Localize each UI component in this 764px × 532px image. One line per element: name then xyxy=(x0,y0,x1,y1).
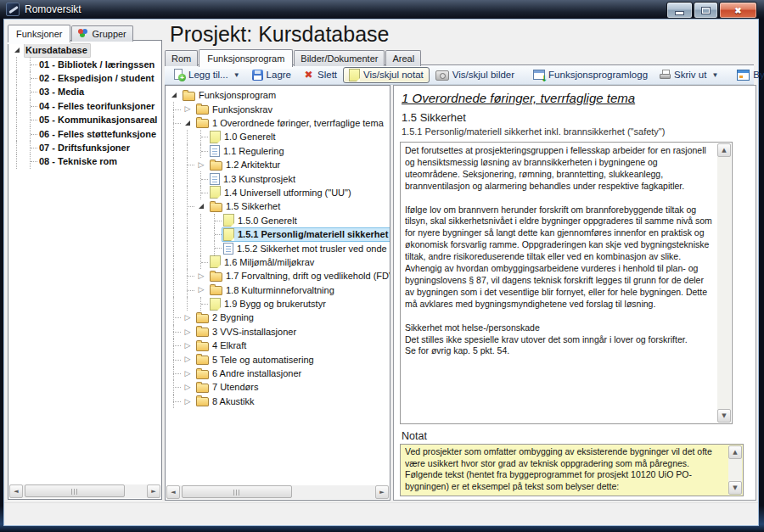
tree-item-content[interactable]: 03 - Media xyxy=(37,85,87,99)
tree-item-content[interactable]: 07 - Driftsfunksjoner xyxy=(37,140,133,154)
toolbar-button-skriv-ut[interactable]: Skriv ut▼ xyxy=(654,67,724,83)
scroll-up-button[interactable]: ▲ xyxy=(717,143,731,157)
tree-item-content[interactable]: 1.4 Universell utforming ("UU") xyxy=(208,185,355,199)
tree-item-content[interactable]: 1.5.2 Sikkerhet mot trusler ved onde h xyxy=(222,241,390,255)
expand-icon[interactable]: ▷ xyxy=(181,311,194,324)
tree-item-07-driftsfunksjoner[interactable]: 07 - Driftsfunksjoner xyxy=(10,141,161,154)
expand-icon[interactable]: ▷ xyxy=(194,283,208,296)
tree-item-kursdatabase[interactable]: Kursdatabase xyxy=(10,43,161,57)
toolbar-button-legg-til[interactable]: Legg til...▼ xyxy=(167,67,246,83)
tree-item-content[interactable]: 02 - Ekspedisjon / student xyxy=(37,70,158,85)
tree-item-content[interactable]: 1.1 Regulering xyxy=(208,143,288,158)
expand-icon[interactable]: ▷ xyxy=(181,325,194,339)
tree-item-1-2-arkitektur[interactable]: ▷1.2 Arkitektur xyxy=(167,158,390,171)
tab-funksjoner[interactable]: Funksjoner xyxy=(8,25,70,42)
tree-item-1-4-universell-utforming-uu[interactable]: 1.4 Universell utforming ("UU") xyxy=(167,186,390,199)
tree-item-content[interactable]: Funksjonsprogram xyxy=(181,88,279,103)
tree-item-01-bibliotek-laeringssen[interactable]: 01 - Bibliotek / læringssen xyxy=(10,57,161,70)
tree-item-05-kommunikasjonsareal[interactable]: 05 - Kommunikasjonsareal xyxy=(10,113,161,126)
tree-item-content[interactable]: 2 Bygning xyxy=(194,311,257,325)
tree-item-content[interactable]: 5 Tele og automatisering xyxy=(194,352,317,367)
expand-icon[interactable]: ▷ xyxy=(181,339,194,352)
tree-item-03-media[interactable]: 03 - Media xyxy=(10,85,161,98)
scrollbar-track[interactable] xyxy=(180,485,375,499)
function-tree-hscrollbar[interactable]: ◄ ► xyxy=(166,485,389,499)
collapse-icon[interactable] xyxy=(10,43,24,57)
tab-funksjonsprogram[interactable]: Funksjonsprogram xyxy=(199,49,293,67)
scroll-up-button[interactable]: ▲ xyxy=(728,445,742,459)
toolbar-button-slett[interactable]: Slett xyxy=(297,67,343,83)
tree-item-1-1-regulering[interactable]: 1.1 Regulering xyxy=(167,144,390,158)
tree-item-content[interactable]: 7 Utendørs xyxy=(194,380,261,395)
tab-grupper[interactable]: Grupper xyxy=(71,25,132,42)
toolbar-button-vis-skjul-bilder[interactable]: Vis/skjul bilder xyxy=(430,67,520,83)
tree-item-content[interactable]: 05 - Kommunikasjonsareal xyxy=(37,113,160,127)
tree-item-5-tele-og-automatisering[interactable]: ▷5 Tele og automatisering xyxy=(167,352,390,366)
tree-item-content[interactable]: 1.7 Forvaltning, drift og vedlikehold (F… xyxy=(208,269,390,283)
tree-item-content[interactable]: 06 - Felles støttefunksjone xyxy=(37,126,160,141)
description-textbox[interactable]: Det forutsettes at prosjekteringsgruppen… xyxy=(400,142,733,424)
dropdown-arrow-icon[interactable]: ▼ xyxy=(233,71,240,79)
maximize-button[interactable] xyxy=(694,2,718,19)
notat-textbox[interactable]: Ved prosjekter som omfatter ombygging av… xyxy=(400,444,744,496)
tree-item-content[interactable]: 1.6 Miljømål/miljøkrav xyxy=(208,255,317,269)
scroll-down-button[interactable]: ▼ xyxy=(728,481,742,495)
expand-icon[interactable]: ▷ xyxy=(181,380,194,394)
tree-item-content[interactable]: Kursdatabase xyxy=(24,43,91,58)
tree-item-3-vvs-installasjoner[interactable]: ▷3 VVS-installasjoner xyxy=(167,325,390,339)
expand-icon[interactable]: ▷ xyxy=(181,352,194,366)
scroll-left-button[interactable]: ◄ xyxy=(9,484,23,498)
minimize-button[interactable] xyxy=(666,2,693,19)
tree-item-6-andre-installasjoner[interactable]: ▷6 Andre installasjoner xyxy=(167,367,390,380)
tab-bilder-dokumenter[interactable]: Bilder/Dokumenter xyxy=(294,50,385,66)
scrollbar-thumb[interactable] xyxy=(25,484,125,497)
tree-item-02-ekspedisjon-student[interactable]: 02 - Ekspedisjon / student xyxy=(10,71,161,85)
tree-item-1-9-bygg-og-brukerutstyr[interactable]: 1.9 Bygg og brukerutstyr xyxy=(167,297,390,311)
tree-item-content[interactable]: 1.0 Generelt xyxy=(208,130,279,144)
tree-item-1-5-1-personlig-materiell-sikkerhet[interactable]: 1.5.1 Personlig/materiell sikkerhet xyxy=(167,227,390,241)
tree-item-1-5-0-generelt[interactable]: 1.5.0 Generelt xyxy=(167,214,390,227)
toolbar-button-vis-skjul-notat[interactable]: Vis/skjul notat xyxy=(343,67,430,83)
expand-icon[interactable]: ▷ xyxy=(181,367,194,380)
scroll-left-button[interactable]: ◄ xyxy=(166,485,180,499)
tree-item-content[interactable]: 8 Akustikk xyxy=(194,394,258,408)
scrollbar-track[interactable] xyxy=(23,484,147,498)
collapse-icon[interactable] xyxy=(194,199,208,213)
tree-item-content[interactable]: 1 Overordnede føringer, tverrfaglige tem… xyxy=(194,115,387,130)
expand-icon[interactable]: ▷ xyxy=(181,395,194,408)
expand-icon[interactable]: ▷ xyxy=(194,158,208,171)
tree-item-content[interactable]: 1.3 Kunstprosjekt xyxy=(208,171,299,186)
tree-item-1-5-2-sikkerhet-mot-trusler-ved-onde-h[interactable]: 1.5.2 Sikkerhet mot trusler ved onde h xyxy=(167,241,390,255)
tree-item-content[interactable]: 08 - Tekniske rom xyxy=(37,154,121,169)
scrollbar-thumb[interactable] xyxy=(182,485,292,498)
tree-item-08-tekniske-rom[interactable]: 08 - Tekniske rom xyxy=(10,154,161,168)
tree-item-content[interactable]: 01 - Bibliotek / læringssen xyxy=(37,57,158,71)
scroll-down-button[interactable]: ▼ xyxy=(717,409,731,423)
tree-item-content[interactable]: 1.5 Sikkerhet xyxy=(208,199,284,214)
toolbar-button-funksjonsprogramlogg[interactable]: Funksjonsprogramlogg xyxy=(527,67,654,83)
tree-item-1-0-generelt[interactable]: 1.0 Generelt xyxy=(167,130,390,143)
tree-item-content[interactable]: 4 Elkraft xyxy=(194,339,250,353)
tree-item-content[interactable]: 1.8 Kulturminneforvaltning xyxy=(208,283,338,297)
tree-item-8-akustikk[interactable]: ▷8 Akustikk xyxy=(167,395,390,408)
rooms-tree-hscrollbar[interactable]: ◄ ► xyxy=(9,484,160,498)
selected-tree-item[interactable]: 1.5.1 Personlig/materiell sikkerhet xyxy=(222,227,390,242)
tree-item-content[interactable]: 1.2 Arkitektur xyxy=(208,158,284,172)
tree-item-content[interactable]: Funksjonskrav xyxy=(194,102,276,116)
tree-item-2-bygning[interactable]: ▷2 Bygning xyxy=(167,311,390,324)
tree-item-1-5-sikkerhet[interactable]: 1.5 Sikkerhet xyxy=(167,199,390,213)
toolbar-button-lagre[interactable]: Lagre xyxy=(246,67,297,83)
dropdown-arrow-icon[interactable]: ▼ xyxy=(711,71,718,79)
notat-vscrollbar[interactable]: ▲ ▼ xyxy=(728,445,742,495)
description-vscrollbar[interactable]: ▲ ▼ xyxy=(717,143,731,423)
tree-item-1-8-kulturminneforvaltning[interactable]: ▷1.8 Kulturminneforvaltning xyxy=(167,283,390,296)
tree-item-04-felles-teorifunksjoner[interactable]: 04 - Felles teorifunksjoner xyxy=(10,99,161,113)
tree-item-content[interactable]: 1.9 Bygg og brukerutstyr xyxy=(208,297,329,311)
tab-areal[interactable]: Areal xyxy=(385,50,421,66)
scroll-right-button[interactable]: ► xyxy=(147,484,160,498)
tree-item-funksjonskrav[interactable]: ▷Funksjonskrav xyxy=(167,102,390,115)
tree-item-1-7-forvaltning-drift-og-vedlikehold-fdv[interactable]: ▷1.7 Forvaltning, drift og vedlikehold (… xyxy=(167,269,390,283)
tree-item-1-6-miljomal-miljokrav[interactable]: 1.6 Miljømål/miljøkrav xyxy=(167,255,390,269)
tree-item-funksjonsprogram[interactable]: Funksjonsprogram xyxy=(167,88,390,102)
tree-item-1-3-kunstprosjekt[interactable]: 1.3 Kunstprosjekt xyxy=(167,171,390,185)
